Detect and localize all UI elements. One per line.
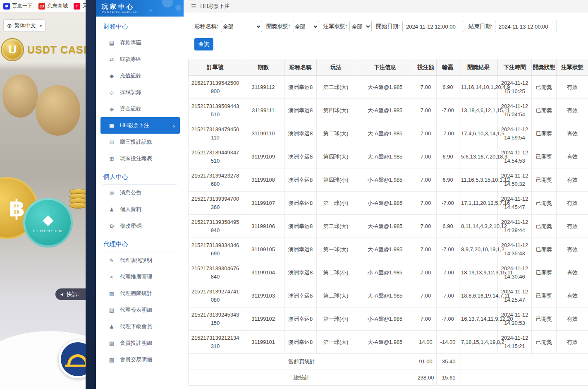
- sidebar-item-profile[interactable]: ♟個人資料: [96, 201, 184, 218]
- site-logo[interactable]: U USDT CASINO: [1, 38, 86, 61]
- cell-winloss: 6.90: [437, 145, 459, 168]
- cell-order: 2152173139358495940: [189, 215, 242, 238]
- cell-order: 2152173139245343150: [189, 307, 242, 331]
- search-button[interactable]: 查詢: [194, 38, 213, 50]
- column-header: 期數: [242, 59, 284, 76]
- cell-play: 第二球(大): [317, 76, 355, 99]
- order-status-select[interactable]: 全部: [349, 21, 372, 32]
- menu-icon[interactable]: ☰: [191, 3, 196, 10]
- draw-status-label: 開獎狀態:: [266, 23, 290, 30]
- player-bet-report-icon: ⊞: [108, 156, 115, 162]
- cell-lottery: 澳洲幸运8: [284, 307, 317, 331]
- sidebar-item-label: 廳室投註記錄: [120, 138, 152, 146]
- sidebar-item-team-stats[interactable]: ▥代理團隊統計: [96, 285, 184, 302]
- bet-row: 215217313927474108031199103澳洲幸运8第二球(大)大-…: [189, 284, 588, 307]
- summary-label: 當前頁統計: [189, 354, 415, 370]
- cell-order_status: 有效: [557, 76, 588, 99]
- cell-play: 第一球(小): [317, 307, 355, 331]
- cell-draw_status: 已開獎: [532, 168, 557, 192]
- cell-amount: 14.00: [415, 331, 437, 354]
- lottery-bet-icon: ▦: [108, 122, 115, 129]
- bookmark-label: 京东商城: [47, 2, 68, 10]
- sidebar-item-password-gear[interactable]: ⚙修改密碼: [96, 218, 184, 234]
- end-date-input[interactable]: [495, 21, 557, 32]
- bet-row: 215217313933434669031199105澳洲幸运8第一球(大)大-…: [189, 238, 588, 261]
- cell-winloss: -7.00: [437, 238, 459, 261]
- column-header: 下注時間: [498, 59, 532, 76]
- bell-icon: ✉: [108, 190, 115, 196]
- cell-result: 7,18,15,1,4,19,8,2: [459, 331, 498, 354]
- sidebar-nav: 財務中心▤存款專區⇄取款專區◆充值記錄◇提現記錄◈資金記錄▦HH彩票下注›⊟廳室…: [96, 17, 184, 368]
- column-header: 開獎結果: [459, 59, 498, 76]
- cell-lottery: 澳洲幸运8: [284, 284, 317, 307]
- sidebar: 玩家中心 PLAYERS CENTER 財務中心▤存款專區⇄取款專區◆充值記錄◇…: [96, 0, 184, 389]
- sidebar-item-lottery-bet[interactable]: ▦HH彩票下注›: [100, 117, 180, 134]
- column-header: 彩種名稱: [284, 59, 317, 76]
- money-bag-image: [36, 85, 80, 136]
- cell-period: 31199105: [242, 238, 284, 261]
- sidebar-item-room-bet-record[interactable]: ⊟廳室投註記錄: [96, 134, 184, 150]
- cell-info: 小-A盤@1.985: [355, 168, 415, 192]
- cell-amount: 7.00: [415, 76, 437, 99]
- deposit-icon: ▤: [108, 40, 115, 46]
- cell-period: 31199104: [242, 261, 284, 284]
- bet-row: 215217313954250090031199112澳洲幸运8第二球(大)大-…: [189, 76, 588, 99]
- order-status-label: 注單狀態:: [323, 23, 347, 30]
- sidebar-item-label: 代理報表明細: [120, 306, 152, 314]
- cell-play: 第二球(大): [317, 122, 355, 145]
- cell-winloss: -7.00: [437, 122, 459, 145]
- bookmark-item[interactable]: T天猫: [74, 2, 86, 10]
- cell-order_status: 有效: [557, 122, 588, 145]
- lottery-name-select[interactable]: 全部: [221, 21, 262, 32]
- cell-draw_status: 已開獎: [532, 215, 557, 238]
- sidebar-item-label: 玩家投注報表: [120, 155, 152, 162]
- baidu-favicon: ✽: [3, 3, 10, 10]
- sidebar-item-sub-members[interactable]: ♟代理下級會員: [96, 318, 184, 335]
- sidebar-item-withdrawal-record[interactable]: ◇提現記錄: [96, 84, 184, 101]
- sidebar-item-funds-record[interactable]: ◈資金記錄: [96, 101, 184, 117]
- draw-status-select[interactable]: 全部: [293, 21, 319, 32]
- cell-lottery: 澳洲幸运8: [284, 99, 317, 122]
- background-collage: ฿ ◆ ETHEREUM: [0, 66, 86, 281]
- cell-period: 31199109: [242, 145, 284, 168]
- member-transaction-icon: ▩: [108, 357, 115, 363]
- sidebar-item-recharge-record[interactable]: ◆充值記錄: [96, 67, 184, 84]
- bet-table-body: 215217313954250090031199112澳洲幸运8第二球(大)大-…: [189, 76, 588, 386]
- sidebar-item-label: 取款專區: [120, 55, 141, 63]
- bet-row: 215217313924534315031199102澳洲幸运8第一球(小)小-…: [189, 307, 588, 331]
- cell-order_status: 有效: [557, 261, 588, 284]
- language-selector[interactable]: ⊕ 繁体中文 ▾: [3, 19, 45, 32]
- sidebar-header: 玩家中心 PLAYERS CENTER: [96, 0, 184, 17]
- sidebar-item-member-transaction[interactable]: ▩會員交易明細: [96, 351, 184, 368]
- sidebar-item-rules-doc[interactable]: ✎代理規則說明: [96, 252, 184, 269]
- cell-order_status: 有效: [557, 215, 588, 238]
- bookmark-item[interactable]: ✽百度一下: [3, 2, 33, 10]
- sidebar-item-promotion-share[interactable]: <代理推廣管理: [96, 269, 184, 285]
- cell-result: 17,4,6,10,3,14,1,5: [459, 122, 498, 145]
- bookmark-item[interactable]: JD京东商城: [38, 2, 68, 10]
- sidebar-item-withdraw[interactable]: ⇄取款專區: [96, 51, 184, 67]
- cell-play: 第四球(小): [317, 168, 355, 192]
- cell-play: 第二球(小): [317, 261, 355, 284]
- sidebar-item-player-bet-report[interactable]: ⊞玩家投注報表: [96, 150, 184, 167]
- cell-draw_status: 已開獎: [532, 76, 557, 99]
- sidebar-item-bell[interactable]: ✉消息公告: [96, 185, 184, 201]
- filter-bar: 彩種名稱: 全部 開獎狀態: 全部 注單狀態: 全部 開始日期:: [184, 12, 588, 50]
- cell-info: 小-A盤@1.985: [355, 261, 415, 284]
- cell-lottery: 澳洲幸运8: [284, 168, 317, 192]
- cell-draw_status: 已開獎: [532, 192, 557, 215]
- cell-result: 18,19,13,9,12,3,15,11: [459, 261, 498, 284]
- column-header: 開獎狀態: [532, 59, 557, 76]
- cell-info: 小-A盤@1.985: [355, 307, 415, 331]
- start-date-input[interactable]: [402, 21, 464, 32]
- cell-play: 第二球(大): [317, 284, 355, 307]
- chevron-down-icon: ▾: [40, 24, 42, 28]
- cell-amount: 7.00: [415, 168, 437, 192]
- sidebar-item-report-detail[interactable]: ▧代理報表明細: [96, 302, 184, 318]
- bet-row: 215217313921213431031199101澳洲幸运8第一球(大)大-…: [189, 331, 588, 354]
- sidebar-item-label: 存款專區: [120, 39, 141, 46]
- recharge-record-icon: ◆: [108, 73, 115, 79]
- sidebar-item-deposit[interactable]: ▤存款專區: [96, 34, 184, 51]
- sidebar-item-member-bet-detail[interactable]: ▨會員投註明細: [96, 335, 184, 351]
- cell-draw_status: 已開獎: [532, 261, 557, 284]
